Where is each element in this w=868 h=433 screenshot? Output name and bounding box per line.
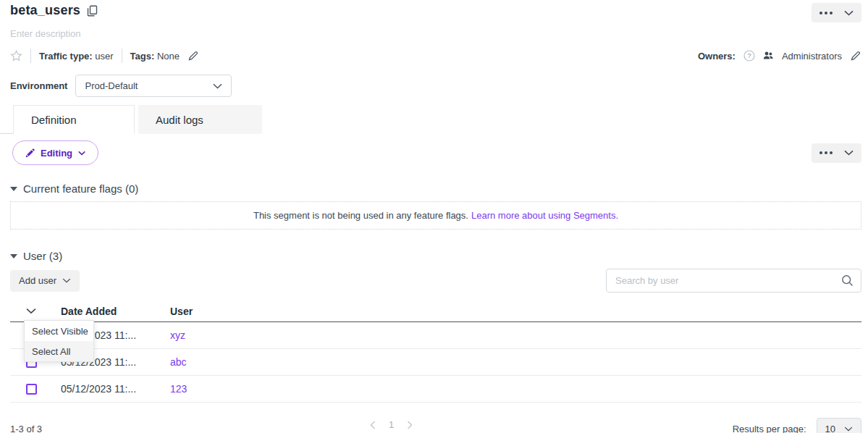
user-link[interactable]: 123	[170, 383, 187, 395]
menu-item-select-all[interactable]: Select All	[25, 341, 93, 361]
chevron-down-icon	[844, 426, 853, 432]
learn-more-link[interactable]: Learn more about using Segments.	[471, 210, 618, 221]
table-row: 05/12/2023 11:... 123	[10, 376, 861, 403]
editing-label: Editing	[41, 148, 72, 159]
traffic-type: Traffic type: user	[39, 51, 114, 62]
previous-page-icon[interactable]	[370, 421, 376, 429]
next-page-icon[interactable]	[407, 421, 413, 429]
tab-audit-logs[interactable]: Audit logs	[138, 105, 262, 134]
results-per-page-select[interactable]: 10	[817, 418, 861, 433]
cell-date: 05/12/2023 11:...	[61, 383, 170, 395]
chevron-down-icon[interactable]	[844, 10, 854, 16]
environment-value: Prod-Default	[85, 80, 138, 91]
chevron-down-icon[interactable]	[844, 150, 854, 156]
column-header-user[interactable]: User	[170, 306, 861, 317]
user-section-header[interactable]: User (3)	[10, 250, 861, 262]
user-section-title: User (3)	[23, 250, 62, 262]
feature-flags-section-title: Current feature flags (0)	[23, 182, 138, 195]
search-box	[606, 269, 861, 293]
users-table: Date Added User 05/12/2023 11:... xyz 05…	[10, 300, 861, 403]
pencil-icon	[25, 148, 35, 158]
traffic-type-value: user	[95, 51, 113, 62]
segment-detail-page: beta_users Enter description	[0, 0, 868, 433]
collapse-triangle-icon	[10, 187, 17, 191]
tags-label: Tags:	[130, 51, 155, 62]
chevron-down-icon	[78, 151, 85, 156]
feature-flags-section-header[interactable]: Current feature flags (0)	[10, 182, 861, 195]
owners-label: Owners:	[698, 51, 736, 62]
header-actions-menu[interactable]	[812, 3, 861, 22]
results-per-page-label: Results per page:	[733, 424, 806, 433]
select-menu-chevron-icon[interactable]	[26, 308, 36, 314]
empty-message: This segment is not being used in any fe…	[253, 210, 468, 221]
user-controls-row: Add user	[10, 269, 861, 293]
search-icon[interactable]	[841, 274, 854, 287]
menu-item-select-visible[interactable]: Select Visible	[25, 321, 93, 341]
meta-row: Traffic type: user Tags: None Owners: ?	[10, 49, 861, 63]
traffic-type-label: Traffic type:	[39, 51, 93, 62]
results-per-page: Results per page: 10	[733, 418, 861, 433]
star-icon[interactable]	[10, 50, 22, 62]
tags: Tags: None	[130, 51, 180, 62]
add-user-label: Add user	[19, 275, 56, 286]
user-link[interactable]: xyz	[170, 329, 185, 341]
results-range: 1-3 of 3	[10, 424, 42, 433]
environment-select[interactable]: Prod-Default	[75, 75, 232, 97]
divider	[122, 49, 122, 63]
environment-row: Environment Prod-Default	[10, 75, 861, 97]
ellipsis-icon[interactable]	[819, 151, 833, 154]
collapse-triangle-icon	[10, 254, 17, 258]
edit-owners-pencil-icon[interactable]	[850, 50, 861, 62]
results-per-page-value: 10	[825, 424, 835, 433]
table-header-row: Date Added User	[10, 300, 861, 322]
table-footer: 1-3 of 3 1 Results per page: 10	[10, 416, 861, 433]
tags-value: None	[157, 51, 180, 62]
feature-flags-section: Current feature flags (0) This segment i…	[10, 182, 861, 230]
ellipsis-icon[interactable]	[819, 12, 833, 14]
select-dropdown-menu: Select Visible Select All	[24, 320, 94, 362]
feature-flags-empty-state: This segment is not being used in any fe…	[10, 201, 861, 230]
column-header-date[interactable]: Date Added	[61, 306, 170, 317]
table-row: 05/12/2023 11:... xyz	[10, 322, 861, 349]
tab-bar: Definition Audit logs	[0, 105, 868, 134]
description-placeholder[interactable]: Enter description	[10, 28, 861, 39]
table-row: 05/12/2023 11:... abc	[10, 349, 861, 376]
chevron-down-icon	[62, 278, 71, 283]
editing-button[interactable]: Editing	[12, 140, 98, 165]
add-user-button[interactable]: Add user	[10, 270, 80, 292]
owners-value: Administrators	[782, 51, 842, 62]
row-checkbox[interactable]	[26, 384, 37, 395]
search-input[interactable]	[615, 275, 835, 286]
user-section: User (3) Add user Date	[10, 250, 861, 433]
people-icon	[763, 51, 774, 60]
definition-actions-menu[interactable]	[812, 143, 861, 163]
title-row: beta_users	[10, 0, 861, 22]
definition-toolbar: Editing	[10, 140, 861, 165]
divider	[30, 49, 31, 63]
tab-definition[interactable]: Definition	[13, 105, 135, 134]
environment-label: Environment	[10, 80, 67, 91]
page-number[interactable]: 1	[386, 419, 397, 430]
svg-text:?: ?	[747, 52, 751, 59]
user-link[interactable]: abc	[170, 356, 187, 368]
edit-tags-pencil-icon[interactable]	[187, 50, 199, 62]
copy-icon[interactable]	[87, 5, 98, 17]
pagination: 1	[370, 419, 413, 430]
chevron-down-icon	[213, 83, 222, 89]
page-title: beta_users	[10, 3, 80, 18]
help-icon[interactable]: ?	[743, 50, 755, 62]
